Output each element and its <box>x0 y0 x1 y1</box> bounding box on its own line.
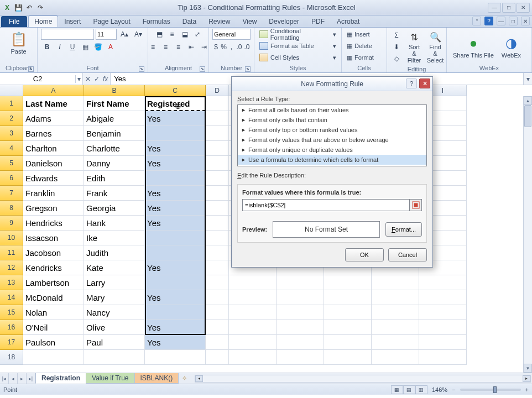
cell[interactable]: Kate <box>84 260 145 275</box>
cell[interactable]: Franklin <box>23 186 84 201</box>
fx-icon[interactable]: fx <box>103 75 108 83</box>
cell[interactable]: Yes <box>145 335 206 350</box>
cell[interactable]: Kendricks <box>23 260 84 275</box>
cell[interactable]: Yes <box>145 111 206 126</box>
row-header[interactable]: 14 <box>0 290 23 305</box>
page-break-view-icon[interactable]: ▥ <box>415 385 427 394</box>
help-icon[interactable]: ? <box>484 17 493 25</box>
row-header[interactable]: 17 <box>0 335 23 350</box>
rule-type-item[interactable]: ►Format all cells based on their values <box>238 105 426 115</box>
cell[interactable] <box>324 275 372 290</box>
column-header[interactable]: B <box>84 85 145 96</box>
cell[interactable]: Charlton <box>23 141 84 156</box>
cell[interactable] <box>372 275 419 290</box>
cell[interactable] <box>206 320 229 335</box>
autosum-icon[interactable]: Σ <box>390 30 403 41</box>
row-header[interactable]: 8 <box>0 201 23 216</box>
cell[interactable] <box>206 126 229 141</box>
shrink-font-icon[interactable]: A▾ <box>132 29 144 40</box>
font-launcher-icon[interactable]: ⬊ <box>139 66 144 72</box>
expand-formula-bar-icon[interactable]: ▾ <box>523 73 532 85</box>
cell[interactable]: Paulson <box>23 335 84 350</box>
cell[interactable]: Abigale <box>84 111 145 126</box>
number-launcher-icon[interactable]: ⬊ <box>245 66 251 72</box>
cell[interactable] <box>372 290 419 305</box>
cell[interactable] <box>324 350 372 365</box>
dec-decimal-icon[interactable]: .0 <box>243 41 251 53</box>
row-header[interactable]: 15 <box>0 305 23 320</box>
currency-icon[interactable]: $ <box>212 41 220 53</box>
clipboard-launcher-icon[interactable]: ⬊ <box>28 66 34 72</box>
orientation-icon[interactable]: ⤢ <box>191 29 204 40</box>
column-header[interactable]: C <box>145 85 206 96</box>
select-all-corner[interactable] <box>0 85 23 96</box>
cell[interactable]: Yes <box>145 260 206 275</box>
sheet-nav-next-icon[interactable]: ▸ <box>18 373 27 384</box>
italic-button[interactable]: I <box>54 41 66 53</box>
cell[interactable]: Gregson <box>23 201 84 216</box>
cell[interactable]: Frank <box>84 186 145 201</box>
maximize-button[interactable]: □ <box>502 3 515 13</box>
cell[interactable]: Danny <box>84 156 145 171</box>
cell[interactable] <box>277 335 324 350</box>
cell[interactable] <box>206 156 229 171</box>
cell[interactable]: Yes <box>145 141 206 156</box>
tab-data[interactable]: Data <box>176 15 202 27</box>
rule-type-item[interactable]: ►Format only values that are above or be… <box>238 135 426 145</box>
tab-developer[interactable]: Developer <box>263 15 305 27</box>
inc-decimal-icon[interactable]: .0 <box>236 41 243 53</box>
cell[interactable] <box>145 275 206 290</box>
webex-button[interactable]: ◑WebEx <box>499 33 524 60</box>
cell[interactable] <box>206 96 229 111</box>
formula-input-field[interactable] <box>242 199 410 211</box>
cell[interactable]: O'Neil <box>23 320 84 335</box>
cell[interactable] <box>206 186 229 201</box>
row-header[interactable]: 11 <box>0 245 23 260</box>
name-box-input[interactable] <box>0 75 75 83</box>
cancel-button[interactable]: Cancel <box>388 248 427 261</box>
cell[interactable] <box>229 305 277 320</box>
cell[interactable]: Benjamin <box>84 126 145 141</box>
font-size-combo[interactable]: 11 <box>96 29 117 40</box>
cell[interactable] <box>206 171 229 186</box>
hscroll-left-icon[interactable]: ◂ <box>195 375 203 382</box>
align-center-icon[interactable]: ≡ <box>160 41 172 53</box>
row-header[interactable]: 4 <box>0 141 23 156</box>
close-button[interactable]: ✕ <box>517 3 530 13</box>
cell[interactable]: Nolan <box>23 305 84 320</box>
range-picker-icon[interactable] <box>410 199 422 211</box>
cell[interactable] <box>324 320 372 335</box>
cell[interactable] <box>206 245 229 260</box>
cell[interactable] <box>419 350 467 365</box>
cell[interactable] <box>145 126 206 141</box>
cell[interactable] <box>229 320 277 335</box>
zoom-out-icon[interactable]: − <box>452 386 455 393</box>
conditional-formatting-button[interactable]: Conditional Formatting▾ <box>258 29 338 40</box>
row-header[interactable]: 3 <box>0 126 23 141</box>
scroll-up-icon[interactable]: ▲ <box>524 96 532 105</box>
page-layout-view-icon[interactable]: ▤ <box>403 385 415 394</box>
dialog-close-icon[interactable]: ✕ <box>419 78 430 88</box>
cell[interactable]: Hank <box>84 216 145 231</box>
cell[interactable]: Paul <box>84 335 145 350</box>
fill-icon[interactable]: ⬇ <box>390 41 403 53</box>
save-icon[interactable]: 💾 <box>13 3 23 13</box>
cell[interactable] <box>206 260 229 275</box>
align-right-icon[interactable]: ≡ <box>173 41 185 53</box>
cell[interactable]: Charlotte <box>84 141 145 156</box>
cell[interactable] <box>145 245 206 260</box>
vertical-scrollbar[interactable]: ▲ ▼ <box>523 96 532 373</box>
horizontal-scrollbar[interactable]: ◂ ▸ <box>195 375 531 383</box>
tab-review[interactable]: Review <box>202 15 236 27</box>
cell[interactable] <box>229 335 277 350</box>
cell[interactable] <box>277 350 324 365</box>
cell[interactable]: Yes <box>145 290 206 305</box>
cell[interactable]: Olive <box>84 320 145 335</box>
tab-insert[interactable]: Insert <box>58 15 87 27</box>
row-header[interactable]: 5 <box>0 156 23 171</box>
sheet-tab-registration[interactable]: Registration <box>35 373 86 384</box>
font-name-combo[interactable] <box>41 29 94 40</box>
cell[interactable] <box>229 350 277 365</box>
bold-button[interactable]: B <box>41 41 53 53</box>
cell[interactable] <box>206 305 229 320</box>
